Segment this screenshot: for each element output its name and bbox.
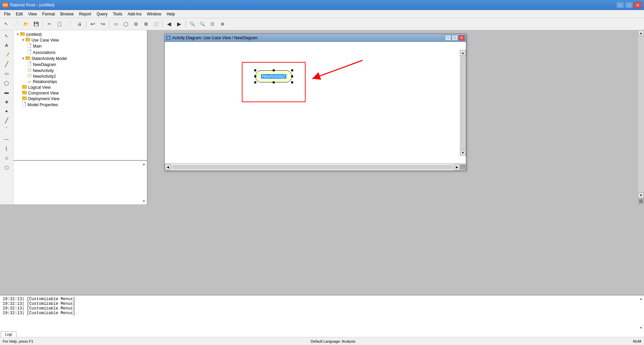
- tree-scroll-down[interactable]: ▼: [142, 199, 146, 203]
- tool-zoomin[interactable]: 🔍: [187, 20, 197, 28]
- tool-undo[interactable]: ↩: [88, 20, 97, 28]
- tool-select[interactable]: ↖: [1, 20, 11, 28]
- handle-tm[interactable]: [273, 69, 275, 71]
- hscroll-track[interactable]: [171, 165, 453, 169]
- tool-rounded-rect[interactable]: ▬: [2, 88, 11, 96]
- title-bar-left: RR Rational Rose - (untitled): [3, 2, 55, 8]
- menu-window[interactable]: Window: [144, 10, 164, 18]
- main-vscroll-down[interactable]: ▼: [638, 192, 644, 198]
- menu-tools[interactable]: Tools: [110, 10, 125, 18]
- handle-br[interactable]: [291, 81, 293, 83]
- left-toolbar: ↖ A 📝 ╱ ▭ ◯ ▬ ◈ ● ╱ ⌒ — ┤ ◇ ▢: [0, 30, 13, 204]
- menu-help[interactable]: Help: [164, 10, 178, 18]
- tool-frame[interactable]: ▢: [2, 163, 11, 171]
- main-vscroll-track[interactable]: [638, 36, 644, 192]
- menu-browse[interactable]: Browse: [58, 10, 76, 18]
- tool-zoomout[interactable]: 🔍: [198, 20, 207, 28]
- tree-item[interactable]: ▼(untitled): [15, 31, 146, 37]
- tree-expand-icon[interactable]: ▼: [21, 38, 25, 42]
- handle-bm[interactable]: [273, 81, 275, 83]
- handle-tl[interactable]: [254, 69, 256, 71]
- tool-hline[interactable]: —: [2, 135, 11, 143]
- menu-edit[interactable]: Edit: [13, 10, 25, 18]
- activity-minimize[interactable]: ─: [445, 35, 451, 41]
- tree-item[interactable]: NewDiagram: [15, 61, 146, 68]
- tree-scroll-up[interactable]: ▲: [142, 162, 146, 166]
- tool-ellipse[interactable]: ◯: [121, 20, 130, 28]
- handle-bl[interactable]: [254, 81, 256, 83]
- tree-item[interactable]: ▼Use Case View: [15, 37, 146, 43]
- minimize-button[interactable]: ─: [616, 2, 624, 8]
- tree-item[interactable]: ▼State/Activity Model: [15, 56, 146, 61]
- menu-file[interactable]: File: [1, 10, 13, 18]
- handle-mr[interactable]: [291, 75, 293, 77]
- vscroll-up[interactable]: ▲: [460, 50, 466, 56]
- menu-view[interactable]: View: [25, 10, 40, 18]
- tree-node-label: (untitled): [26, 32, 42, 37]
- activity-close[interactable]: ✕: [459, 35, 465, 41]
- menu-addins[interactable]: Add-Ins: [125, 10, 144, 18]
- vscroll-track[interactable]: [460, 56, 466, 150]
- activity-node[interactable]: NewActivity2: [255, 70, 292, 82]
- tool-dot[interactable]: ◈: [2, 97, 11, 106]
- tree-expand-icon[interactable]: ▼: [21, 57, 25, 60]
- tool-box1[interactable]: ⊞: [131, 20, 141, 28]
- activity-content[interactable]: NewActivity2: [165, 42, 466, 163]
- tool-arc[interactable]: ⌒: [2, 125, 11, 134]
- tool-copy[interactable]: 📋: [55, 20, 64, 28]
- tool-print[interactable]: 🖨: [75, 20, 84, 28]
- maximize-button[interactable]: □: [625, 2, 633, 8]
- tool-open[interactable]: 📂: [21, 20, 31, 28]
- handle-ml[interactable]: [254, 75, 256, 77]
- tool-paste[interactable]: 📄: [65, 20, 74, 28]
- tool-note[interactable]: 📝: [2, 50, 11, 59]
- tree-item[interactable]: Deployment View: [15, 96, 146, 101]
- activity-maximize[interactable]: □: [452, 35, 458, 41]
- menu-report[interactable]: Report: [76, 10, 94, 18]
- tool-back[interactable]: ◀: [164, 20, 174, 28]
- log-scroll-down[interactable]: ▼: [639, 326, 643, 330]
- tool-text[interactable]: A: [2, 41, 11, 50]
- tool-arrow[interactable]: ╱: [2, 116, 11, 125]
- tool-forward[interactable]: ▶: [174, 20, 184, 28]
- tree-node-icon: ↔: [28, 79, 32, 84]
- tree-item[interactable]: Model Properties: [15, 101, 146, 108]
- close-button[interactable]: ✕: [634, 2, 641, 8]
- log-tab[interactable]: Log/: [1, 331, 16, 337]
- tree-item[interactable]: Associations: [15, 49, 146, 56]
- hscroll-left[interactable]: ◀: [165, 164, 171, 170]
- tool-redo[interactable]: ↪: [98, 20, 107, 28]
- tool-pointer[interactable]: ↖: [2, 31, 11, 40]
- tool-cut[interactable]: ✂: [45, 20, 54, 28]
- status-bar: For Help, press F1 Default Language: Ana…: [0, 337, 644, 345]
- tool-diamond[interactable]: ◇: [2, 153, 11, 162]
- hscroll-right[interactable]: ▶: [454, 164, 460, 170]
- svg-point-10: [28, 74, 31, 77]
- tree-item[interactable]: NewActivity: [15, 68, 146, 73]
- tool-filled-circle[interactable]: ●: [2, 107, 11, 115]
- tree-item[interactable]: Component View: [15, 90, 146, 96]
- tool-rect[interactable]: ▭: [111, 20, 120, 28]
- tool-new[interactable]: 📄: [11, 20, 21, 28]
- menu-query[interactable]: Query: [94, 10, 110, 18]
- tree-item[interactable]: ↔Relationships: [15, 79, 146, 84]
- vscroll-down[interactable]: ▼: [460, 150, 466, 156]
- tree-item[interactable]: NewActivity2: [15, 73, 146, 79]
- activity-ellipse[interactable]: NewActivity2: [255, 70, 292, 82]
- tool-more[interactable]: ⊕: [218, 20, 227, 28]
- tool-rectangle[interactable]: ▭: [2, 69, 11, 78]
- tool-fit[interactable]: ⊡: [208, 20, 217, 28]
- menu-format[interactable]: Format: [40, 10, 58, 18]
- tool-box2[interactable]: ⊠: [141, 20, 151, 28]
- tool-line[interactable]: ╱: [2, 60, 11, 68]
- tool-anchor[interactable]: ┤: [2, 144, 11, 153]
- tree-item[interactable]: Main: [15, 43, 146, 49]
- tool-save[interactable]: 💾: [32, 20, 41, 28]
- log-scroll-up[interactable]: ▲: [639, 297, 643, 300]
- handle-tr[interactable]: [291, 69, 293, 71]
- tool-box3[interactable]: ⬜: [151, 20, 161, 28]
- main-vscroll-up[interactable]: ▲: [638, 30, 644, 36]
- tree-expand-icon[interactable]: ▼: [16, 32, 19, 36]
- tree-item[interactable]: Logical View: [15, 84, 146, 90]
- tool-circle[interactable]: ◯: [2, 78, 11, 87]
